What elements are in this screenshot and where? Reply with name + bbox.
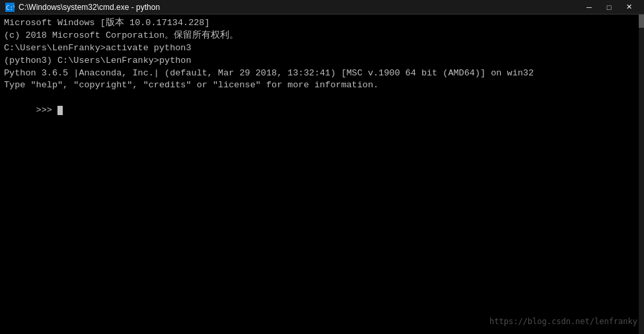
- svg-text:C:\: C:\: [6, 5, 15, 11]
- terminal-line: Python 3.6.5 |Anaconda, Inc.| (default, …: [4, 67, 640, 80]
- terminal-body[interactable]: Microsoft Windows [版本 10.0.17134.228] (c…: [0, 15, 644, 334]
- window-controls: ─ □ ✕: [579, 0, 639, 15]
- maximize-button[interactable]: □: [599, 0, 619, 15]
- window-title: C:\Windows\system32\cmd.exe - python: [18, 3, 160, 12]
- watermark: https://blog.csdn.net/lenfranky: [489, 316, 637, 327]
- scrollbar[interactable]: [639, 15, 644, 334]
- title-bar-left: C:\ C:\Windows\system32\cmd.exe - python: [5, 3, 160, 12]
- cmd-window: C:\ C:\Windows\system32\cmd.exe - python…: [0, 0, 644, 334]
- scroll-thumb[interactable]: [639, 15, 644, 28]
- cmd-icon: C:\: [5, 3, 15, 12]
- terminal-line: (c) 2018 Microsoft Corporation。保留所有权利。: [4, 30, 640, 42]
- cursor: [57, 106, 63, 115]
- terminal-line: Microsoft Windows [版本 10.0.17134.228]: [4, 17, 640, 30]
- title-bar: C:\ C:\Windows\system32\cmd.exe - python…: [0, 0, 644, 15]
- terminal-prompt-line: >>>: [4, 92, 640, 130]
- minimize-button[interactable]: ─: [579, 0, 599, 15]
- close-button[interactable]: ✕: [619, 0, 639, 15]
- terminal-line: Type "help", "copyright", "credits" or "…: [4, 79, 640, 92]
- terminal-line: C:\Users\LenFranky>activate python3: [4, 42, 640, 55]
- terminal-line: (python3) C:\Users\LenFranky>python: [4, 55, 640, 67]
